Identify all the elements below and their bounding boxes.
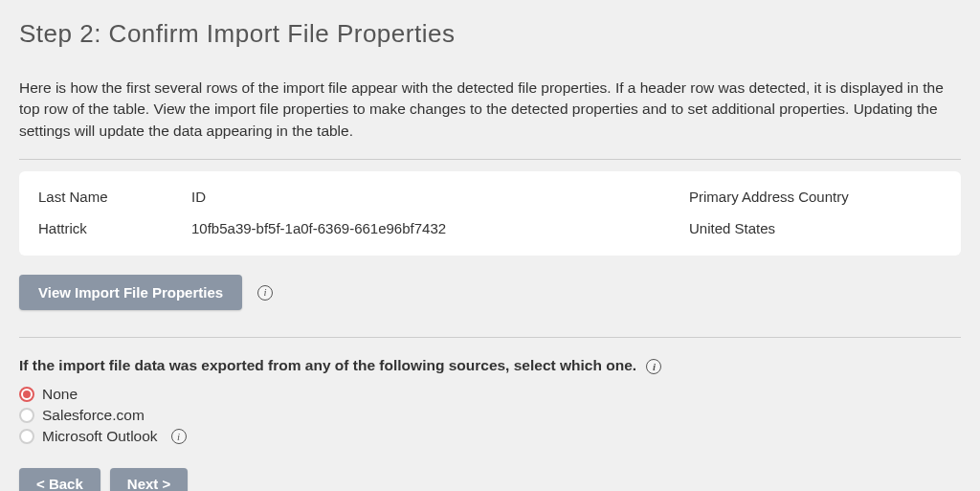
radio-label-salesforce: Salesforce.com xyxy=(42,407,145,424)
back-button[interactable]: < Back xyxy=(19,468,100,491)
radio-none[interactable] xyxy=(19,387,34,402)
page-title: Step 2: Confirm Import File Properties xyxy=(19,19,961,49)
cell-last-name: Hattrick xyxy=(33,211,186,242)
info-icon[interactable]: i xyxy=(257,285,273,301)
import-wizard-step2: Step 2: Confirm Import File Properties H… xyxy=(0,0,980,491)
table-row: Hattrick 10fb5a39-bf5f-1a0f-6369-661e96b… xyxy=(33,211,947,242)
divider xyxy=(19,159,961,160)
wizard-nav: < Back Next > xyxy=(19,468,961,491)
table-header-row: Last Name ID Primary Address Country xyxy=(33,183,947,211)
info-icon[interactable]: i xyxy=(646,359,661,374)
col-last-name: Last Name xyxy=(33,183,186,211)
source-radio-group: None Salesforce.com Microsoft Outlook i xyxy=(19,386,961,445)
view-import-file-properties-button[interactable]: View Import File Properties xyxy=(19,275,242,310)
info-icon[interactable]: i xyxy=(171,429,187,444)
radio-label-none: None xyxy=(42,386,78,403)
cell-country: United States xyxy=(683,211,947,242)
col-primary-address-country: Primary Address Country xyxy=(683,183,947,211)
divider xyxy=(19,337,961,338)
col-id: ID xyxy=(186,183,683,211)
radio-microsoft-outlook[interactable] xyxy=(19,429,34,444)
source-prompt-text: If the import file data was exported fro… xyxy=(19,357,636,373)
source-prompt: If the import file data was exported fro… xyxy=(19,357,961,374)
radio-label-outlook: Microsoft Outlook xyxy=(42,428,158,445)
cell-id: 10fb5a39-bf5f-1a0f-6369-661e96bf7432 xyxy=(186,211,683,242)
next-button[interactable]: Next > xyxy=(110,468,188,491)
preview-table: Last Name ID Primary Address Country Hat… xyxy=(19,171,961,256)
radio-salesforce[interactable] xyxy=(19,408,34,423)
intro-text: Here is how the first several rows of th… xyxy=(19,78,961,142)
